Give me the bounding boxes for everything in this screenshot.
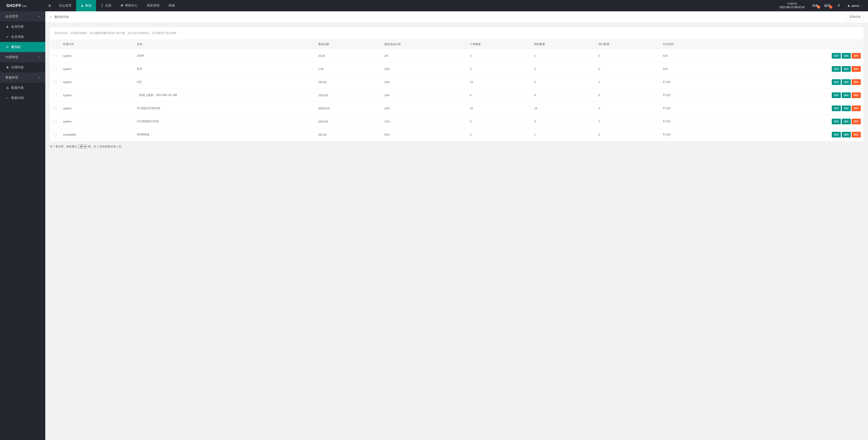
- withdraw-link[interactable]: 提现 1: [821, 4, 833, 8]
- cell-rule-count: 1: [531, 50, 596, 63]
- cell-min-amount: 1000.00: [315, 115, 381, 128]
- table-row: systemV3-固定打针组15单50000.0015%15153不允许规则编辑…: [50, 102, 864, 115]
- row-checkbox[interactable]: [54, 54, 57, 58]
- edit-button[interactable]: 编辑: [842, 105, 851, 111]
- list-icon: [6, 45, 9, 49]
- cell-rule-count: 1: [531, 128, 596, 141]
- edit-button[interactable]: 编辑: [842, 79, 851, 85]
- cell-name: V3-固定打针组15单: [134, 102, 315, 115]
- cell-user-count: 3: [596, 102, 660, 115]
- edit-button[interactable]: 编辑: [842, 119, 851, 124]
- cell-min-commission: 20%: [381, 89, 467, 102]
- pagination: 共 7 条记录，每页显示 20 条，共 1 页当前显示第 1 页。: [50, 141, 864, 151]
- topmenu-system[interactable]: 系统管理: [142, 0, 164, 11]
- nav-toggle[interactable]: [45, 0, 54, 11]
- table-row: system首充1.0020%550允许规则编辑删除: [50, 63, 864, 76]
- share-icon: [6, 66, 9, 69]
- sidebar-group-label: 客服管理: [5, 76, 18, 80]
- rule-button[interactable]: 规则: [832, 105, 841, 111]
- cell-rule-count: 15: [531, 102, 596, 115]
- row-checkbox[interactable]: [54, 133, 57, 136]
- row-checkbox[interactable]: [54, 94, 57, 97]
- table-row: ceshidalili2500养客组500.0050%310不允许规则编辑删除: [50, 128, 864, 141]
- cell-allow-rotate: 不允许: [660, 128, 724, 141]
- sidebar-item-agent-list[interactable]: 代理列表: [0, 62, 45, 72]
- delete-button[interactable]: 删除: [852, 92, 861, 98]
- brand-name: SHOPF: [6, 3, 22, 8]
- user-menu[interactable]: admin: [844, 4, 868, 7]
- edit-button[interactable]: 编辑: [842, 66, 851, 72]
- rule-button[interactable]: 规则: [832, 132, 841, 137]
- cell-rule-count: 5: [531, 115, 596, 128]
- delete-button[interactable]: 删除: [852, 132, 861, 137]
- cell-agent: system: [60, 63, 134, 76]
- cell-name: （带他上高速）VIP3-6单--转--8单: [134, 89, 315, 102]
- topmenu-label: 角色: [85, 4, 92, 8]
- delete-button[interactable]: 删除: [852, 79, 861, 85]
- cell-order-count: 5: [467, 63, 531, 76]
- rule-button[interactable]: 规则: [832, 92, 841, 98]
- sidebar-group-agent[interactable]: 代理管理: [0, 52, 45, 62]
- sidebar-item-member-list[interactable]: 会员列表: [0, 22, 45, 32]
- delete-button[interactable]: 删除: [852, 53, 861, 59]
- sidebar-item-service-list[interactable]: 客服列表: [0, 83, 45, 93]
- users-icon: [6, 86, 9, 89]
- table-row: systemV2-5单固定打针组1000.0012%552不允许规则编辑删除: [50, 115, 864, 128]
- recharge-link[interactable]: 充值 6: [809, 4, 821, 8]
- rule-button[interactable]: 规则: [832, 66, 841, 72]
- withdraw-badge: 1: [829, 5, 832, 9]
- select-all-checkbox[interactable]: [54, 43, 57, 46]
- cell-min-amount: 50000.00: [315, 102, 381, 115]
- chevron-down-icon: [38, 76, 41, 79]
- cell-user-count: 0: [596, 128, 660, 141]
- code-icon: [6, 96, 9, 99]
- edit-button[interactable]: 编辑: [842, 92, 851, 98]
- rule-button[interactable]: 规则: [832, 79, 841, 85]
- sidebar-item-stack-group[interactable]: 叠加组: [0, 42, 45, 52]
- page-size-select[interactable]: 20: [78, 145, 87, 149]
- edit-button[interactable]: 编辑: [842, 53, 851, 59]
- topmenu-home[interactable]: 后台首页: [54, 0, 76, 11]
- content: 添加分组后，必须添加规则，并且规则需要对应好订单个数，若出现不对称情况，会导致用…: [45, 23, 868, 155]
- breadcrumb-bar: 叠加组列表 添加分组: [45, 11, 868, 23]
- user-icon: [6, 25, 9, 28]
- delete-button[interactable]: 删除: [852, 119, 861, 124]
- cell-min-amount: 100.00: [315, 76, 381, 89]
- sidebar-item-label: 代理列表: [11, 65, 24, 69]
- col-allow-rotate: 允许轮回: [660, 39, 724, 50]
- row-checkbox[interactable]: [54, 81, 57, 84]
- sidebar-group-member[interactable]: 会员管理: [0, 11, 45, 22]
- topbar: SHOPF V16 后台首页 角色 交易 帮助中心 系统管理 商城 当地时间: [0, 0, 868, 11]
- cell-name: 代打: [134, 76, 315, 89]
- cell-rule-count: 8: [531, 89, 596, 102]
- sidebar-item-member-level[interactable]: 会员等级: [0, 32, 45, 42]
- add-group-button[interactable]: 添加分组: [847, 13, 864, 20]
- sidebar: 会员管理 会员列表 会员等级 叠加组 代理管理 代理列表 客服管理: [0, 11, 45, 440]
- delete-button[interactable]: 删除: [852, 105, 861, 111]
- col-agent: 所属代理: [60, 39, 134, 50]
- cell-user-count: 1: [596, 76, 660, 89]
- cell-order-count: 5: [467, 115, 531, 128]
- link-icon: [6, 35, 9, 38]
- row-checkbox[interactable]: [54, 107, 57, 110]
- cell-allow-rotate: 允许: [660, 50, 724, 63]
- rule-button[interactable]: 规则: [832, 119, 841, 124]
- sidebar-item-service-code[interactable]: 客服代码: [0, 93, 45, 103]
- row-checkbox[interactable]: [54, 120, 57, 123]
- rule-button[interactable]: 规则: [832, 53, 841, 59]
- topmenu-help[interactable]: 帮助中心: [116, 0, 142, 11]
- cell-agent: system: [60, 76, 134, 89]
- topmenu-role[interactable]: 角色: [76, 0, 96, 11]
- data-table: 所属代理 名称 最低金额 最低佣金比例 订单数量 规则数量 用户数量 允许轮回 …: [50, 39, 864, 141]
- chevron-down-icon: [38, 56, 41, 59]
- edit-button[interactable]: 编辑: [842, 132, 851, 137]
- delete-button[interactable]: 删除: [852, 66, 861, 72]
- sidebar-group-service[interactable]: 客服管理: [0, 72, 45, 83]
- cell-allow-rotate: 不允许: [660, 76, 724, 89]
- topmenu-trade[interactable]: 交易: [96, 0, 116, 11]
- sidebar-item-label: 叠加组: [11, 45, 21, 49]
- topmenu-mall[interactable]: 商城: [164, 0, 179, 11]
- refresh-button[interactable]: [833, 4, 844, 7]
- row-checkbox[interactable]: [54, 67, 57, 71]
- time-box: 当地时间 2022-06-13 09:02:42: [775, 2, 809, 9]
